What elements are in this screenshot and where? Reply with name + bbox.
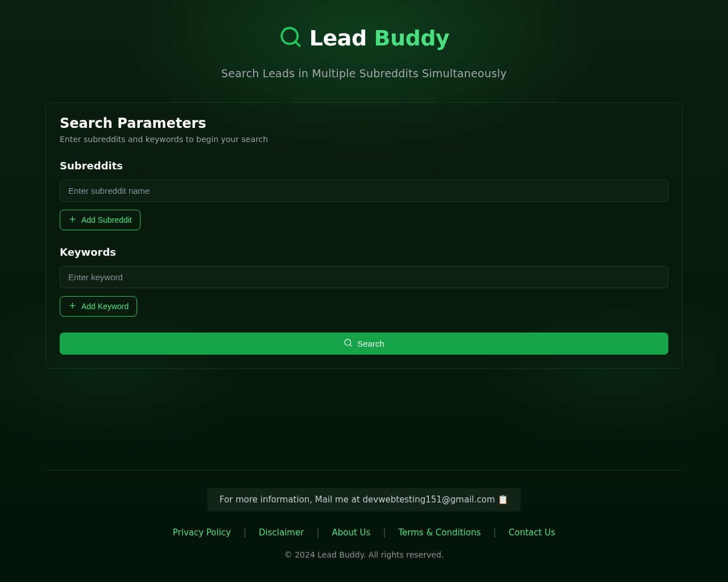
mail-info[interactable]: For more information, Mail me at devwebt… [207, 488, 521, 512]
plus-icon [68, 215, 77, 225]
tagline: Search Leads in Multiple Subreddits Simu… [46, 67, 682, 80]
add-subreddit-label: Add Subreddit [81, 215, 132, 225]
search-icon [279, 25, 303, 51]
search-button[interactable]: Search [60, 332, 668, 355]
add-keyword-button[interactable]: Add Keyword [60, 296, 137, 317]
link-separator: | [243, 527, 246, 538]
page-header: Lead Buddy Search Leads in Multiple Subr… [46, 18, 682, 84]
search-icon [344, 338, 353, 349]
add-subreddit-button[interactable]: Add Subreddit [60, 210, 140, 230]
link-separator: | [493, 527, 496, 538]
card-title: Search Parameters [60, 115, 668, 131]
footer-link-about-us[interactable]: About Us [326, 527, 376, 538]
page-footer: For more information, Mail me at devwebt… [46, 470, 682, 582]
subreddits-section: Subreddits Add Subreddit [60, 160, 668, 230]
search-parameters-card: Search Parameters Enter subreddits and k… [46, 102, 682, 369]
footer-link-privacy-policy[interactable]: Privacy Policy [167, 527, 237, 538]
copyright: © 2024 Lead Buddy. All rights reserved. [46, 550, 682, 559]
svg-line-7 [350, 344, 351, 346]
logo-lead: Lead [309, 26, 367, 51]
link-separator: | [316, 527, 319, 538]
link-separator: | [383, 527, 386, 538]
search-button-label: Search [357, 339, 384, 348]
keywords-section: Keywords Add Keyword [60, 246, 668, 317]
logo-buddy: Buddy [374, 26, 449, 51]
plus-icon [68, 301, 77, 311]
logo-text: Lead Buddy [309, 26, 449, 51]
footer-links: Privacy Policy | Disclaimer | About Us |… [46, 527, 682, 538]
add-keyword-label: Add Keyword [81, 302, 129, 311]
card-subtitle: Enter subreddits and keywords to begin y… [60, 135, 668, 144]
subreddits-label: Subreddits [60, 160, 668, 172]
footer-link-disclaimer[interactable]: Disclaimer [253, 527, 309, 538]
svg-line-1 [295, 41, 300, 46]
keywords-label: Keywords [60, 246, 668, 258]
subreddit-input[interactable] [60, 180, 668, 202]
footer-link-terms-conditions[interactable]: Terms & Conditions [392, 527, 486, 538]
logo: Lead Buddy [279, 25, 449, 51]
keyword-input[interactable] [60, 266, 668, 288]
footer-link-contact-us[interactable]: Contact Us [503, 527, 561, 538]
